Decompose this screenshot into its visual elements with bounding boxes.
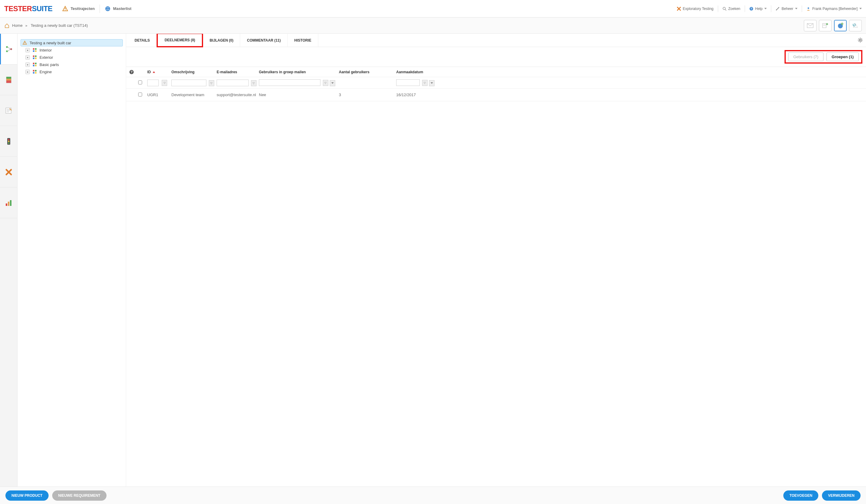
tab-details[interactable]: DETAILS: [128, 34, 157, 47]
row-checkbox[interactable]: [138, 93, 142, 96]
nav-help[interactable]: ? Help: [749, 7, 767, 11]
header-mailgroup[interactable]: Gebruikers in groep mailen: [259, 70, 339, 74]
rail-doc[interactable]: [0, 65, 17, 95]
add-list-button[interactable]: [819, 20, 832, 31]
filter-icon[interactable]: ▽: [422, 80, 428, 86]
tab-commentaar[interactable]: COMMENTAAR (11): [240, 34, 288, 47]
gear-icon[interactable]: [857, 37, 863, 43]
header-count[interactable]: Aantal gebruikers: [339, 70, 396, 74]
nav-exploratory[interactable]: Exploratory Testing: [677, 7, 714, 11]
cell-id: UGR1: [147, 93, 171, 97]
svg-rect-23: [6, 80, 11, 83]
tree-root[interactable]: Testing a newly built car: [21, 39, 123, 46]
svg-point-53: [859, 39, 861, 41]
nav-beheer-label: Beheer: [781, 7, 793, 11]
nav-exploratory-label: Exploratory Testing: [683, 7, 714, 11]
nav-user[interactable]: Frank Paymans [Beheerder]: [806, 7, 862, 11]
nav-help-label: Help: [755, 7, 763, 11]
filter-desc-input[interactable]: [171, 80, 207, 86]
rail-tree[interactable]: [0, 34, 17, 65]
svg-rect-50: [35, 70, 36, 71]
tree-child[interactable]: ▸ Engine: [23, 68, 123, 75]
rail-notes[interactable]: [0, 95, 17, 126]
filter-email-input[interactable]: [216, 80, 249, 86]
subtabs: Gebruikers (7) Groepen (1): [126, 47, 866, 67]
expand-icon[interactable]: ▸: [25, 55, 30, 60]
filter-date-input[interactable]: [396, 79, 420, 86]
verwijderen-button[interactable]: VERWIJDEREN: [822, 490, 861, 501]
svg-point-30: [8, 140, 9, 142]
header-id[interactable]: ID: [147, 70, 171, 74]
traffic-light-icon: [4, 137, 13, 146]
header-id-label: ID: [147, 70, 151, 74]
content: DETAILS DEELNEMERS (8) BIJLAGEN (0) COMM…: [126, 34, 866, 486]
svg-rect-46: [35, 63, 36, 64]
bar-chart-icon: [4, 199, 13, 207]
tab-bijlagen[interactable]: BIJLAGEN (0): [203, 34, 241, 47]
nav-testtrajecten[interactable]: Testtrajecten: [59, 6, 98, 12]
mail-button[interactable]: [804, 20, 817, 31]
rail-traffic[interactable]: [0, 126, 17, 157]
header-email[interactable]: E-mailadres: [216, 70, 259, 74]
svg-rect-42: [35, 56, 36, 57]
tree-child[interactable]: ▸ Basic parts: [23, 61, 123, 68]
svg-point-29: [8, 139, 9, 140]
subtab-groepen[interactable]: Groepen (1): [826, 53, 859, 61]
filter-icon[interactable]: ▽: [209, 80, 214, 86]
notes-icon: [4, 106, 13, 115]
refresh-warning-button[interactable]: [849, 20, 862, 31]
chevron-down-icon: [331, 82, 334, 84]
dropdown-icon[interactable]: [429, 80, 434, 86]
expand-icon[interactable]: ▸: [25, 62, 30, 67]
topbar-right: Exploratory Testing Zoeken ? Help Beheer…: [677, 5, 862, 12]
rail-close[interactable]: [0, 157, 17, 187]
svg-rect-22: [6, 79, 11, 80]
nav-beheer[interactable]: Beheer: [776, 7, 798, 11]
nieuw-product-button[interactable]: NIEUW PRODUCT: [5, 490, 48, 501]
filter-id-input[interactable]: [147, 80, 159, 86]
add-globe-button[interactable]: [834, 20, 847, 31]
logo[interactable]: TESTERSUITE: [4, 4, 53, 13]
globe-icon: [105, 6, 111, 12]
grid-header: ? ID Omschrijving E-mailadres Gebruikers…: [126, 67, 866, 77]
help-column[interactable]: ?: [129, 70, 138, 75]
breadcrumb-home[interactable]: Home: [12, 23, 23, 28]
nav-masterlist[interactable]: Masterlist: [102, 6, 135, 12]
table-row[interactable]: UGR1 Development team support@testersuit…: [126, 89, 866, 101]
toevoegen-button[interactable]: TOEVOEGEN: [783, 490, 818, 501]
tree-root-label: Testing a newly built car: [30, 41, 71, 45]
tree-child[interactable]: ▸ Exterior: [23, 54, 123, 61]
svg-point-36: [24, 43, 25, 44]
cell-date: 16/12/2017: [396, 93, 438, 97]
help-icon: ?: [129, 70, 134, 75]
svg-point-9: [808, 7, 809, 9]
separator: [802, 5, 802, 12]
expand-icon[interactable]: ▸: [25, 70, 30, 74]
nieuwe-requirement-button[interactable]: NIEUWE REQUIREMENT: [52, 490, 107, 501]
header-omschrijving[interactable]: Omschrijving: [171, 70, 216, 74]
tab-historie[interactable]: HISTORIE: [288, 34, 318, 47]
svg-rect-52: [35, 72, 36, 73]
filter-icon[interactable]: ▽: [162, 80, 167, 86]
select-all-checkbox[interactable]: [138, 80, 142, 84]
nav-zoeken[interactable]: Zoeken: [722, 7, 741, 11]
cell-email: support@testersuite.nl: [216, 93, 259, 97]
tree-child[interactable]: ▸ Interior: [23, 46, 123, 54]
home-icon[interactable]: [4, 23, 10, 28]
tab-deelnemers[interactable]: DEELNEMERS (8): [157, 34, 203, 47]
dropdown-icon[interactable]: [330, 80, 335, 86]
expand-icon[interactable]: ▸: [25, 48, 30, 53]
svg-point-19: [10, 48, 12, 50]
svg-rect-45: [33, 63, 34, 64]
rail-chart[interactable]: [0, 187, 17, 218]
nav-testtrajecten-label: Testtrajecten: [70, 6, 95, 11]
header-date[interactable]: Aanmaakdatum: [396, 70, 438, 74]
subtab-gebruikers[interactable]: Gebruikers (7): [788, 53, 823, 61]
separator: [771, 5, 771, 12]
tree-child-label: Interior: [40, 48, 52, 53]
filter-icon[interactable]: ▽: [323, 80, 328, 86]
filter-mailgroup-input[interactable]: [259, 79, 320, 86]
svg-rect-51: [33, 72, 34, 73]
filter-icon[interactable]: ▽: [251, 80, 256, 86]
svg-rect-49: [33, 70, 34, 71]
